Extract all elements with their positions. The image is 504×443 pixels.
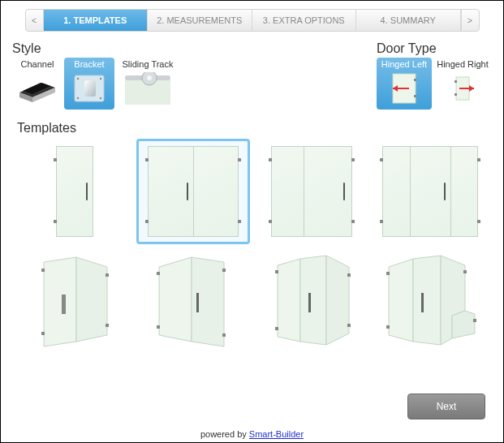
svg-rect-36 — [222, 269, 226, 272]
style-option-label: Sliding Track — [116, 59, 179, 69]
svg-rect-33 — [196, 293, 199, 312]
sliding-track-icon — [123, 71, 172, 106]
templates-title: Templates — [17, 121, 492, 135]
svg-rect-21 — [454, 93, 457, 96]
footer-text: powered by — [200, 429, 249, 439]
svg-rect-54 — [473, 319, 476, 322]
svg-point-8 — [77, 97, 79, 99]
template-single-door[interactable] — [18, 139, 131, 244]
options-row: Style Channel Bracket — [12, 41, 492, 110]
door-type-title: Door Type — [377, 41, 492, 56]
template-corner-right[interactable] — [136, 249, 250, 355]
svg-rect-16 — [414, 95, 416, 97]
step-next-button[interactable]: > — [461, 10, 479, 31]
corner-glass-icon — [377, 254, 483, 350]
svg-rect-27 — [41, 269, 45, 272]
corner-glass-icon — [144, 254, 242, 350]
style-option-bracket[interactable]: Bracket — [64, 58, 114, 110]
hinged-right-icon — [441, 71, 485, 106]
svg-marker-40 — [326, 256, 349, 345]
style-option-sliding-track[interactable]: Sliding Track — [116, 58, 179, 110]
svg-marker-39 — [300, 256, 326, 345]
step-measurements[interactable]: 2. MEASUREMENTS — [148, 10, 252, 31]
svg-rect-26 — [62, 295, 66, 314]
template-corner-step[interactable] — [373, 249, 487, 355]
door-type-label: Hinged Right — [433, 59, 492, 69]
step-extra-options[interactable]: 3. EXTRA OPTIONS — [252, 10, 357, 31]
svg-rect-30 — [106, 324, 109, 327]
svg-rect-43 — [275, 327, 278, 330]
svg-marker-23 — [469, 85, 474, 92]
footer-link[interactable]: Smart-Builder — [249, 429, 304, 439]
channel-icon — [15, 71, 59, 106]
svg-rect-37 — [222, 333, 226, 337]
door-type-options: Hinged Left Hinged Right — [377, 58, 492, 110]
template-panel-and-door[interactable] — [255, 139, 368, 244]
svg-rect-5 — [84, 80, 96, 97]
step-bar: < 1. TEMPLATES 2. MEASUREMENTS 3. EXTRA … — [25, 9, 480, 32]
app-frame: < 1. TEMPLATES 2. MEASUREMENTS 3. EXTRA … — [0, 0, 504, 443]
svg-rect-28 — [41, 332, 45, 335]
svg-point-9 — [100, 97, 101, 99]
svg-point-6 — [77, 78, 79, 80]
door-type-hinged-left[interactable]: Hinged Left — [377, 58, 432, 110]
step-templates[interactable]: 1. TEMPLATES — [44, 10, 149, 31]
style-options: Channel Bracket — [12, 58, 179, 110]
svg-rect-34 — [157, 272, 160, 275]
bracket-icon — [67, 71, 111, 106]
svg-marker-31 — [159, 257, 192, 342]
svg-rect-20 — [454, 80, 457, 83]
svg-rect-45 — [347, 324, 351, 327]
style-option-label: Channel — [12, 59, 62, 69]
door-type-label: Hinged Left — [377, 59, 432, 69]
style-option-channel[interactable]: Channel — [12, 58, 62, 110]
template-corner-left[interactable] — [18, 249, 131, 355]
svg-marker-38 — [278, 259, 300, 342]
svg-rect-35 — [157, 325, 160, 329]
door-type-hinged-right[interactable]: Hinged Right — [433, 58, 492, 110]
svg-rect-41 — [308, 293, 311, 312]
svg-marker-25 — [76, 257, 107, 342]
next-button[interactable]: Next — [407, 394, 485, 419]
svg-marker-49 — [452, 311, 475, 338]
corner-glass-icon — [263, 254, 360, 350]
template-corner-panel-left[interactable] — [255, 249, 368, 355]
footer: powered by Smart-Builder — [1, 429, 503, 439]
template-double-panel-door[interactable] — [373, 139, 487, 244]
style-option-label: Bracket — [64, 59, 114, 69]
templates-grid — [12, 139, 492, 355]
svg-rect-53 — [463, 270, 467, 273]
svg-rect-51 — [386, 272, 390, 275]
step-prev-button[interactable]: < — [26, 10, 44, 31]
svg-marker-24 — [44, 257, 76, 346]
svg-marker-46 — [389, 259, 413, 342]
svg-rect-29 — [106, 273, 109, 277]
hinged-left-icon — [382, 71, 426, 106]
style-section: Style Channel Bracket — [12, 41, 179, 110]
svg-point-13 — [147, 75, 152, 80]
style-title: Style — [12, 41, 179, 56]
step-summary[interactable]: 4. SUMMARY — [356, 10, 461, 31]
svg-marker-47 — [413, 256, 441, 345]
svg-rect-44 — [347, 273, 351, 277]
corner-glass-icon — [26, 254, 123, 350]
door-type-section: Door Type Hinged Left — [377, 41, 492, 110]
svg-rect-42 — [275, 270, 278, 273]
svg-rect-50 — [421, 293, 424, 312]
svg-rect-15 — [414, 79, 416, 81]
svg-rect-52 — [386, 325, 390, 329]
svg-point-7 — [100, 78, 101, 80]
template-door-and-panel[interactable] — [136, 139, 250, 244]
